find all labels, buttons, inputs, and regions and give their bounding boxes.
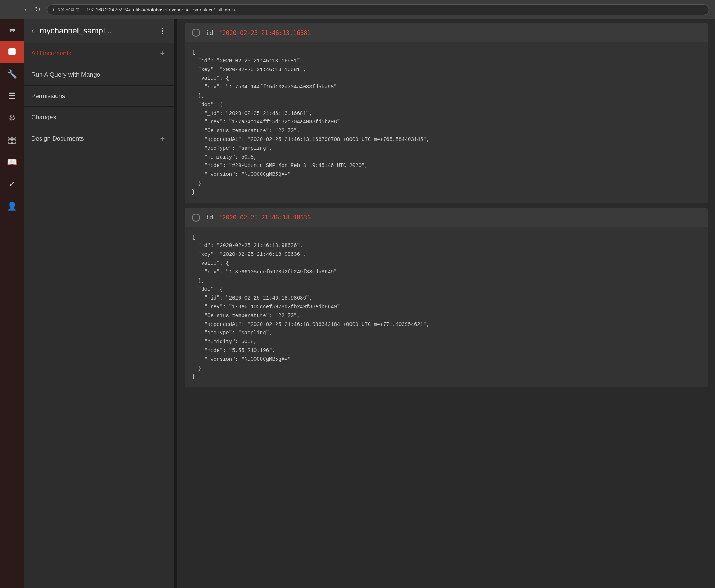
app-container: ⇔ 🔧 ☰ ⚙ �: [0, 19, 715, 588]
nav-item-all-documents[interactable]: All Documents +: [24, 43, 174, 64]
doc-id-value-2: "2020-02-25 21:46:18.98636": [219, 214, 314, 221]
nav-item-run-query-label: Run A Query with Mango: [31, 71, 100, 79]
svg-rect-8: [9, 139, 12, 141]
doc-id-label-2: id: [206, 214, 213, 221]
doc-select-radio-2[interactable]: [192, 214, 200, 222]
sidebar-header: ‹ mychannel_sampl... ⋮: [24, 19, 174, 43]
sidebar-item-user[interactable]: 👤: [0, 195, 24, 217]
sidebar-nav: All Documents + Run A Query with Mango P…: [24, 43, 174, 588]
nav-item-permissions[interactable]: Permissions: [24, 86, 174, 107]
svg-rect-12: [12, 142, 15, 144]
svg-rect-11: [9, 142, 12, 144]
sidebar-item-check[interactable]: ✓: [0, 173, 24, 195]
nav-item-design-documents[interactable]: Design Documents +: [24, 128, 174, 149]
sidebar-item-circuit[interactable]: [0, 129, 24, 151]
sidebar-divider: [174, 19, 177, 588]
svg-rect-10: [12, 139, 15, 141]
nav-item-changes-label: Changes: [31, 114, 56, 121]
security-label: Not Secure: [57, 7, 79, 12]
sidebar-item-gear[interactable]: ⚙: [0, 107, 24, 129]
sidebar-item-book[interactable]: 📖: [0, 151, 24, 173]
icon-rail: ⇔ 🔧 ☰ ⚙ �: [0, 19, 24, 588]
doc-id-label-1: id: [206, 29, 213, 36]
add-document-button[interactable]: +: [157, 48, 168, 59]
sidebar: ‹ mychannel_sampl... ⋮ All Documents + R…: [24, 19, 174, 588]
back-button[interactable]: ←: [6, 4, 16, 15]
sidebar-item-database[interactable]: [0, 41, 24, 63]
browser-chrome: ← → ↻ ℹ Not Secure | 192.168.2.242:5984/…: [0, 0, 715, 19]
doc-card-header-2: id "2020-02-25 21:46:18.98636": [185, 208, 708, 227]
nav-item-changes[interactable]: Changes: [24, 107, 174, 128]
sidebar-item-list[interactable]: ☰: [0, 85, 24, 107]
forward-button[interactable]: →: [19, 4, 29, 15]
doc-select-radio-1[interactable]: [192, 29, 200, 37]
document-card-1: id "2020-02-25 21:46:13.16681" { "id": "…: [185, 23, 708, 203]
security-icon: ℹ: [52, 7, 54, 12]
doc-body-1: { "id": "2020-02-25 21:46:13.16681", "ke…: [185, 42, 708, 203]
refresh-button[interactable]: ↻: [32, 4, 43, 15]
nav-buttons: ← → ↻: [6, 4, 43, 15]
nav-item-design-documents-label: Design Documents: [31, 135, 84, 142]
main-content: id "2020-02-25 21:46:13.16681" { "id": "…: [177, 19, 715, 588]
svg-rect-9: [12, 137, 15, 138]
add-design-document-button[interactable]: +: [157, 133, 168, 144]
svg-point-6: [8, 53, 16, 55]
doc-card-header-1: id "2020-02-25 21:46:13.16681": [185, 23, 708, 42]
url-separator: |: [82, 7, 83, 12]
url-text: 192.168.2.242:5984/_utils/#/database/myc…: [86, 7, 235, 12]
svg-rect-7: [9, 137, 12, 138]
nav-item-all-documents-label: All Documents: [31, 50, 72, 57]
address-bar[interactable]: ℹ Not Secure | 192.168.2.242:5984/_utils…: [47, 4, 709, 15]
nav-item-permissions-label: Permissions: [31, 92, 65, 100]
doc-body-2: { "id": "2020-02-25 21:46:18.98636", "ke…: [185, 227, 708, 388]
sidebar-menu-button[interactable]: ⋮: [157, 25, 168, 37]
doc-id-value-1: "2020-02-25 21:46:13.16681": [219, 29, 314, 36]
sidebar-item-wrench[interactable]: 🔧: [0, 63, 24, 85]
sidebar-back-button[interactable]: ‹: [30, 25, 35, 37]
sidebar-title: mychannel_sampl...: [40, 26, 153, 36]
document-card-2: id "2020-02-25 21:46:18.98636" { "id": "…: [185, 208, 708, 388]
nav-item-run-query[interactable]: Run A Query with Mango: [24, 64, 174, 86]
sidebar-item-arrows[interactable]: ⇔: [0, 19, 24, 41]
